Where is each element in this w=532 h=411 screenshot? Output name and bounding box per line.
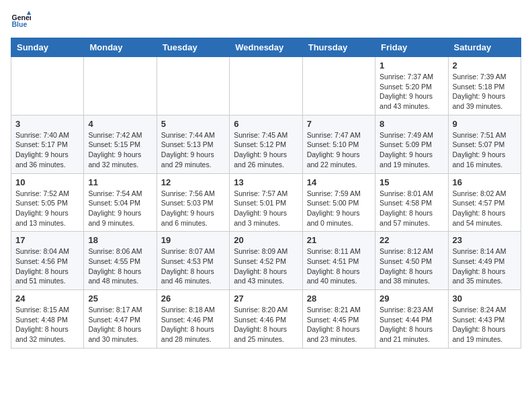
day-number: 23 [453, 235, 517, 245]
day-info: Sunrise: 8:04 AMSunset: 4:56 PMDaylight:… [15, 246, 79, 286]
day-info: Sunrise: 7:51 AMSunset: 5:07 PMDaylight:… [453, 130, 517, 170]
day-info: Sunrise: 8:18 AMSunset: 4:46 PMDaylight:… [161, 305, 225, 345]
day-info: Sunrise: 7:56 AMSunset: 5:03 PMDaylight:… [161, 189, 225, 228]
day-info: Sunrise: 7:45 AMSunset: 5:12 PMDaylight:… [234, 130, 298, 170]
day-number: 28 [307, 293, 371, 304]
logo-icon: General Blue [11, 11, 31, 31]
calendar-cell: 11Sunrise: 7:54 AMSunset: 5:04 PMDayligh… [84, 173, 157, 232]
calendar-cell: 28Sunrise: 8:21 AMSunset: 4:45 PMDayligh… [302, 290, 375, 349]
day-number: 26 [161, 293, 225, 304]
calendar-cell: 3Sunrise: 7:40 AMSunset: 5:17 PMDaylight… [11, 115, 84, 173]
day-info: Sunrise: 8:17 AMSunset: 4:47 PMDaylight:… [88, 305, 152, 345]
calendar-cell [11, 57, 84, 116]
page-header: General Blue [11, 11, 521, 31]
day-number: 11 [88, 177, 152, 187]
calendar-cell [157, 57, 229, 116]
week-row-2: 10Sunrise: 7:52 AMSunset: 5:05 PMDayligh… [11, 173, 521, 232]
day-info: Sunrise: 8:15 AMSunset: 4:48 PMDaylight:… [15, 305, 79, 345]
calendar-cell: 13Sunrise: 7:57 AMSunset: 5:01 PMDayligh… [230, 173, 302, 232]
day-info: Sunrise: 7:52 AMSunset: 5:05 PMDaylight:… [15, 189, 79, 228]
day-info: Sunrise: 7:47 AMSunset: 5:10 PMDaylight:… [307, 130, 371, 170]
day-info: Sunrise: 7:42 AMSunset: 5:15 PMDaylight:… [88, 130, 152, 170]
calendar-cell: 5Sunrise: 7:44 AMSunset: 5:13 PMDaylight… [157, 115, 229, 173]
logo: General Blue [11, 11, 31, 31]
day-info: Sunrise: 7:39 AMSunset: 5:18 PMDaylight:… [453, 72, 517, 111]
week-row-1: 3Sunrise: 7:40 AMSunset: 5:17 PMDaylight… [11, 115, 521, 173]
day-number: 10 [15, 177, 79, 187]
header-wednesday: Wednesday [230, 38, 302, 57]
header-thursday: Thursday [302, 38, 375, 57]
calendar-cell: 14Sunrise: 7:59 AMSunset: 5:00 PMDayligh… [302, 173, 375, 232]
calendar-cell: 23Sunrise: 8:14 AMSunset: 4:49 PMDayligh… [448, 232, 521, 290]
day-number: 20 [234, 235, 298, 245]
day-number: 9 [453, 119, 517, 129]
header-friday: Friday [375, 38, 448, 57]
calendar-cell [302, 57, 375, 116]
calendar-cell: 21Sunrise: 8:11 AMSunset: 4:51 PMDayligh… [302, 232, 375, 290]
day-number: 15 [380, 177, 443, 187]
calendar-cell: 24Sunrise: 8:15 AMSunset: 4:48 PMDayligh… [11, 290, 84, 349]
day-info: Sunrise: 8:24 AMSunset: 4:43 PMDaylight:… [453, 305, 517, 345]
day-number: 3 [15, 119, 79, 129]
day-info: Sunrise: 8:12 AMSunset: 4:50 PMDaylight:… [380, 246, 443, 286]
calendar-cell: 1Sunrise: 7:37 AMSunset: 5:20 PMDaylight… [375, 57, 448, 116]
day-number: 30 [453, 293, 517, 304]
header-sunday: Sunday [11, 38, 84, 57]
day-info: Sunrise: 7:37 AMSunset: 5:20 PMDaylight:… [380, 72, 443, 111]
day-number: 1 [380, 60, 443, 71]
calendar-cell: 25Sunrise: 8:17 AMSunset: 4:47 PMDayligh… [84, 290, 157, 349]
day-number: 17 [15, 235, 79, 245]
day-info: Sunrise: 8:20 AMSunset: 4:46 PMDaylight:… [234, 305, 298, 345]
calendar-cell: 27Sunrise: 8:20 AMSunset: 4:46 PMDayligh… [230, 290, 302, 349]
day-number: 13 [234, 177, 298, 187]
day-info: Sunrise: 7:54 AMSunset: 5:04 PMDaylight:… [88, 189, 152, 228]
day-info: Sunrise: 8:21 AMSunset: 4:45 PMDaylight:… [307, 305, 371, 345]
header-saturday: Saturday [448, 38, 521, 57]
week-row-4: 24Sunrise: 8:15 AMSunset: 4:48 PMDayligh… [11, 290, 521, 349]
calendar-cell: 22Sunrise: 8:12 AMSunset: 4:50 PMDayligh… [375, 232, 448, 290]
day-info: Sunrise: 8:14 AMSunset: 4:49 PMDaylight:… [453, 246, 517, 286]
calendar-cell: 10Sunrise: 7:52 AMSunset: 5:05 PMDayligh… [11, 173, 84, 232]
calendar-cell [84, 57, 157, 116]
day-info: Sunrise: 8:06 AMSunset: 4:55 PMDaylight:… [88, 246, 152, 286]
calendar-cell: 8Sunrise: 7:49 AMSunset: 5:09 PMDaylight… [375, 115, 448, 173]
week-row-0: 1Sunrise: 7:37 AMSunset: 5:20 PMDaylight… [11, 57, 521, 116]
day-number: 8 [380, 119, 443, 129]
calendar-cell: 16Sunrise: 8:02 AMSunset: 4:57 PMDayligh… [448, 173, 521, 232]
day-info: Sunrise: 7:44 AMSunset: 5:13 PMDaylight:… [161, 130, 225, 170]
day-info: Sunrise: 7:40 AMSunset: 5:17 PMDaylight:… [15, 130, 79, 170]
day-number: 25 [88, 293, 152, 304]
day-number: 19 [161, 235, 225, 245]
day-info: Sunrise: 7:57 AMSunset: 5:01 PMDaylight:… [234, 189, 298, 228]
calendar-cell: 9Sunrise: 7:51 AMSunset: 5:07 PMDaylight… [448, 115, 521, 173]
calendar-cell [230, 57, 302, 116]
calendar-cell: 7Sunrise: 7:47 AMSunset: 5:10 PMDaylight… [302, 115, 375, 173]
calendar-cell: 12Sunrise: 7:56 AMSunset: 5:03 PMDayligh… [157, 173, 229, 232]
day-info: Sunrise: 7:59 AMSunset: 5:00 PMDaylight:… [307, 189, 371, 228]
day-info: Sunrise: 8:09 AMSunset: 4:52 PMDaylight:… [234, 246, 298, 286]
day-number: 5 [161, 119, 225, 129]
day-info: Sunrise: 8:07 AMSunset: 4:53 PMDaylight:… [161, 246, 225, 286]
day-number: 14 [307, 177, 371, 187]
header-tuesday: Tuesday [157, 38, 229, 57]
day-number: 22 [380, 235, 443, 245]
calendar-cell: 6Sunrise: 7:45 AMSunset: 5:12 PMDaylight… [230, 115, 302, 173]
week-row-3: 17Sunrise: 8:04 AMSunset: 4:56 PMDayligh… [11, 232, 521, 290]
day-number: 18 [88, 235, 152, 245]
day-number: 12 [161, 177, 225, 187]
calendar-cell: 17Sunrise: 8:04 AMSunset: 4:56 PMDayligh… [11, 232, 84, 290]
day-info: Sunrise: 8:11 AMSunset: 4:51 PMDaylight:… [307, 246, 371, 286]
calendar-cell: 18Sunrise: 8:06 AMSunset: 4:55 PMDayligh… [84, 232, 157, 290]
calendar-table: SundayMondayTuesdayWednesdayThursdayFrid… [11, 38, 521, 349]
day-number: 4 [88, 119, 152, 129]
calendar-cell: 19Sunrise: 8:07 AMSunset: 4:53 PMDayligh… [157, 232, 229, 290]
day-number: 29 [380, 293, 443, 304]
day-number: 27 [234, 293, 298, 304]
calendar-cell: 29Sunrise: 8:23 AMSunset: 4:44 PMDayligh… [375, 290, 448, 349]
day-number: 21 [307, 235, 371, 245]
calendar-cell: 26Sunrise: 8:18 AMSunset: 4:46 PMDayligh… [157, 290, 229, 349]
day-info: Sunrise: 8:01 AMSunset: 4:58 PMDaylight:… [380, 189, 443, 228]
calendar-cell: 20Sunrise: 8:09 AMSunset: 4:52 PMDayligh… [230, 232, 302, 290]
day-number: 16 [453, 177, 517, 187]
day-info: Sunrise: 8:02 AMSunset: 4:57 PMDaylight:… [453, 189, 517, 228]
